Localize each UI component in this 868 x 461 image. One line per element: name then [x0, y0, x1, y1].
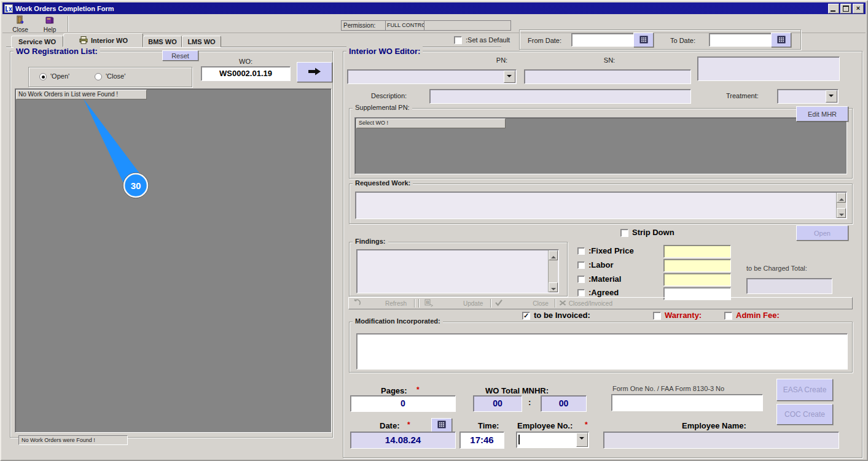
form-one-label: Form One No. / FAA Form 8130-3 No — [612, 385, 724, 392]
treatment-combobox[interactable] — [777, 89, 839, 104]
wo-list-area[interactable]: No Work Orders in List were Found ! 30 — [15, 88, 332, 433]
status-message-text: No Work Orders were Found ! — [19, 436, 127, 444]
minimize-button[interactable] — [828, 4, 839, 14]
titlebar: Work Orders Completion Form × — [2, 2, 866, 14]
employee-no-label: Employee No.: — [517, 421, 573, 430]
material-label: :Material — [588, 274, 621, 284]
material-field[interactable] — [663, 273, 731, 286]
dropdown-arrow-icon[interactable] — [504, 71, 515, 83]
undo-icon — [353, 299, 361, 308]
dropdown-arrow-icon[interactable] — [826, 90, 837, 103]
open-button[interactable]: Open — [796, 225, 848, 241]
material-checkbox[interactable] — [577, 276, 585, 283]
wo-list-header: No Work Orders in List were Found ! — [16, 90, 147, 99]
tab-interior-wo[interactable]: Interior WO — [63, 33, 143, 47]
scroll-up-icon[interactable] — [549, 250, 558, 260]
tab-lms-wo[interactable]: LMS WO — [182, 36, 221, 47]
scroll-down-icon[interactable] — [837, 208, 846, 218]
sn-field[interactable] — [524, 69, 691, 84]
strip-down-checkbox[interactable] — [620, 229, 628, 237]
from-date-input[interactable] — [571, 33, 638, 47]
employee-no-combobox[interactable] — [516, 432, 589, 448]
easa-create-label: EASA Create — [783, 385, 827, 394]
tab-bms-wo[interactable]: BMS WO — [143, 36, 182, 47]
scroll-up-icon[interactable] — [837, 193, 846, 203]
from-date-calendar-button[interactable] — [633, 33, 654, 47]
refresh-action[interactable]: Refresh — [385, 300, 407, 307]
mnhr-hours-field[interactable]: 00 — [473, 395, 522, 412]
close-action-label: Close — [533, 300, 549, 307]
go-arrow-button[interactable] — [297, 62, 332, 82]
reset-button[interactable]: Reset — [162, 50, 198, 61]
employee-no-required-star: * — [585, 420, 588, 429]
date-calendar-button[interactable] — [431, 418, 452, 432]
reset-button-label: Reset — [171, 52, 189, 60]
radio-close[interactable] — [95, 73, 102, 80]
permission-value-cell: FULL CONTROL — [385, 20, 424, 31]
close-button-label: Close — [12, 26, 28, 33]
svg-text:B: B — [426, 300, 430, 305]
supplemental-grid-header: Select WO ! — [356, 118, 506, 128]
labor-label: :Labor — [588, 260, 613, 269]
check-action[interactable] — [495, 299, 503, 308]
app-window: Work Orders Completion Form × Close Help… — [0, 0, 868, 461]
warranty-checkbox[interactable] — [653, 312, 661, 320]
tab-label: Service WO — [18, 38, 56, 45]
scroll-down-icon[interactable] — [549, 282, 558, 292]
fixed-price-field[interactable] — [663, 245, 731, 258]
undo-action[interactable] — [353, 299, 361, 308]
minimize-icon — [831, 10, 835, 12]
close-button[interactable]: Close — [6, 15, 34, 33]
save-action[interactable]: B — [424, 299, 434, 308]
findings-scrollbar[interactable] — [548, 250, 558, 292]
update-action[interactable]: Update — [463, 300, 483, 307]
window-title: Work Orders Completion Form — [15, 5, 114, 12]
pages-required-star: * — [416, 385, 420, 394]
edit-mhr-button[interactable]: Edit MHR — [796, 106, 848, 122]
help-button[interactable]: Help — [36, 15, 64, 33]
closed-invoiced-action[interactable]: Closed/Invoiced — [559, 300, 612, 308]
mnhr-minutes-field[interactable]: 00 — [541, 395, 587, 412]
supplemental-grid-header-text: Select WO ! — [359, 120, 388, 126]
admin-fee-checkbox[interactable] — [724, 312, 732, 320]
warranty-label: Warranty: — [665, 311, 702, 320]
wo-list-header-text: No Work Orders in List were Found ! — [18, 91, 118, 98]
fixed-price-checkbox[interactable] — [577, 247, 585, 255]
radio-close-label: 'Close' — [106, 72, 125, 80]
form-one-input[interactable] — [611, 394, 763, 411]
wo-label: WO: — [201, 58, 291, 65]
to-date-calendar-button[interactable] — [771, 33, 791, 47]
radio-open-label: 'Open' — [50, 72, 69, 80]
status-message-box: No Work Orders were Found ! — [18, 435, 128, 445]
findings-textarea[interactable] — [356, 249, 559, 293]
wo-input[interactable]: WS0002.01.19 — [201, 66, 291, 81]
description-field[interactable] — [429, 89, 691, 104]
labor-checkbox[interactable] — [577, 261, 585, 269]
supplemental-pn-grid[interactable]: Select WO ! — [354, 117, 847, 174]
requested-work-textarea[interactable] — [355, 192, 847, 219]
coc-create-button[interactable]: COC Create — [776, 404, 833, 425]
requested-work-scrollbar[interactable] — [836, 193, 846, 218]
set-as-default-checkbox[interactable] — [454, 36, 462, 44]
close-action[interactable]: Close — [533, 300, 549, 307]
labor-field[interactable] — [663, 259, 731, 272]
supplemental-pn-title: Supplemental PN: — [353, 104, 412, 111]
dropdown-arrow-icon[interactable] — [576, 433, 588, 447]
refresh-label: Refresh — [385, 300, 407, 307]
from-date-label: From Date: — [528, 37, 561, 44]
pn-combobox[interactable] — [347, 69, 517, 84]
tab-service-wo[interactable]: Service WO — [11, 36, 63, 47]
easa-create-button[interactable]: EASA Create — [776, 379, 833, 401]
restore-button[interactable] — [840, 4, 851, 14]
agreed-checkbox[interactable] — [577, 289, 585, 296]
modification-textarea[interactable] — [356, 333, 848, 370]
date-field[interactable]: 14.08.24 — [350, 432, 456, 449]
time-field[interactable]: 17:46 — [459, 432, 504, 449]
close-window-button[interactable]: × — [853, 4, 864, 14]
pages-input[interactable]: 0 — [350, 395, 456, 412]
radio-open[interactable] — [39, 73, 47, 80]
charged-total-label: to be Charged Total: — [746, 265, 807, 272]
to-be-invoiced-checkbox[interactable]: ✓ — [522, 312, 530, 320]
to-date-input[interactable] — [709, 33, 775, 47]
tab-label: Interior WO — [91, 37, 128, 44]
